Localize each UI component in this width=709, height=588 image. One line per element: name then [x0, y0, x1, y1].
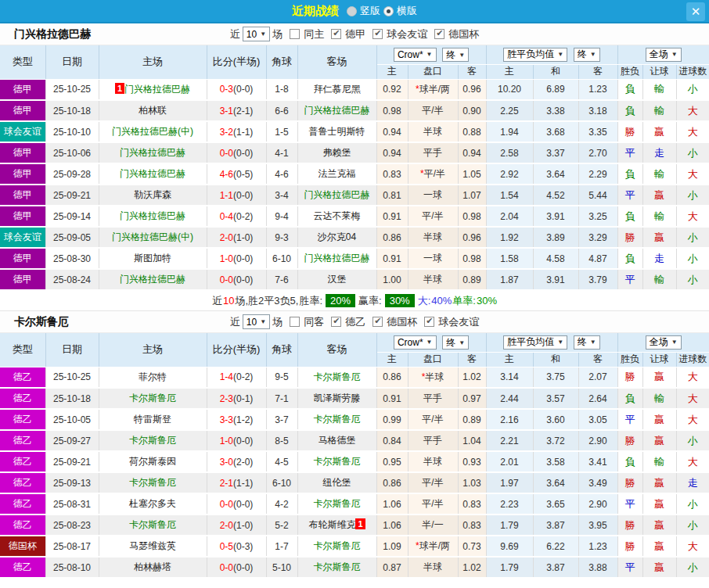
- table-row: 德甲25-10-251门兴格拉德巴赫0-3(0-0)1-8拜仁慕尼黑0.92*球…: [0, 79, 709, 100]
- cell-avg-away: 3.41: [578, 451, 617, 472]
- cell-home-team: 卡尔斯鲁厄: [99, 472, 207, 493]
- cell-avg-draw: 3.64: [533, 472, 578, 493]
- col-avg-away: 客: [578, 352, 617, 367]
- fulltime-score: 1-4: [220, 371, 233, 382]
- cell-avg-draw: 3.58: [533, 451, 578, 472]
- cell-home-odds: 1.06: [376, 493, 408, 514]
- halftime-score: (1-2): [233, 414, 253, 425]
- match-count-select[interactable]: 10▼: [243, 314, 270, 329]
- avg-metric-select[interactable]: 胜平负均值▼: [503, 335, 567, 350]
- match-count-select[interactable]: 10▼: [243, 27, 270, 41]
- cell-result-spread: 輸: [642, 206, 676, 227]
- cell-result-goals: 小: [676, 79, 709, 100]
- handicap-value: 平手: [423, 147, 442, 158]
- halftime-score: (0-1): [233, 393, 253, 404]
- league-checkbox[interactable]: [372, 29, 383, 39]
- cell-avg-draw: 3.68: [533, 121, 578, 142]
- cell-avg-home: 1.97: [486, 472, 533, 493]
- table-row: 德乙25-10-25菲尔特1-4(0-2)9-5卡尔斯鲁厄0.86*半球1.02…: [0, 367, 709, 388]
- cell-away-team: 法兰克福: [297, 163, 376, 185]
- same-venue-checkbox[interactable]: [290, 317, 300, 327]
- cell-home-odds: 0.94: [376, 142, 408, 163]
- handicap-value: 平手: [423, 435, 442, 446]
- cell-score: 1-0(0-0): [207, 430, 266, 451]
- fulltime-score: 2-1: [220, 478, 233, 489]
- cell-result-wdl: 負: [617, 248, 642, 269]
- cell-avg-away: 5.44: [578, 185, 617, 206]
- handicap-value: 球半/两: [419, 540, 450, 551]
- fulltime-score: 2-3: [220, 393, 233, 404]
- handicap-value: 半球: [425, 371, 444, 382]
- scope-select[interactable]: 全场▼: [646, 335, 682, 350]
- cell-date: 25-08-30: [45, 248, 99, 269]
- league-checkbox[interactable]: [372, 317, 383, 327]
- cell-date: 25-08-23: [45, 514, 99, 536]
- cell-away-team: 普鲁士明斯特: [297, 121, 376, 142]
- cell-score: 0-0(0-0): [207, 269, 266, 290]
- avg-stage-select[interactable]: 终▼: [574, 48, 600, 62]
- cell-avg-home: 2.25: [486, 100, 533, 121]
- cell-match-type: 德乙: [0, 514, 45, 536]
- cell-avg-away: 2.64: [578, 388, 617, 409]
- close-icon[interactable]: ✕: [686, 2, 705, 21]
- away-team-name: 卡尔斯鲁厄: [314, 456, 361, 467]
- dialog-titlebar: 近期战绩 竖版 横版 ✕: [0, 0, 709, 23]
- odds-stage-select[interactable]: 终▼: [442, 48, 469, 62]
- cell-avg-home: 1.79: [486, 557, 533, 578]
- matches-table-home: 类型 日期 主场 比分(半场) 角球 客场 Crow*▼ 终▼ 胜平负均值▼ 终…: [0, 45, 709, 291]
- cell-handicap: 半/一: [408, 514, 458, 536]
- chevron-down-icon: ▼: [590, 339, 596, 346]
- radio-selected-icon[interactable]: [383, 6, 394, 16]
- home-team-name: 卡尔斯鲁厄: [129, 477, 176, 488]
- cell-result-wdl: 勝: [617, 367, 642, 388]
- layout-radio-vertical[interactable]: 竖版: [347, 4, 380, 18]
- same-venue-checkbox[interactable]: [290, 29, 300, 39]
- league-checkbox[interactable]: [331, 317, 341, 327]
- cell-avg-home: 2.01: [486, 451, 533, 472]
- cell-away-team: 卡尔斯鲁厄: [297, 557, 376, 578]
- cell-corners: 1-7: [266, 536, 297, 557]
- avg-metric-select[interactable]: 胜平负均值▼: [503, 48, 567, 62]
- cell-corners: 6-10: [266, 248, 297, 269]
- away-team-name: 凯泽斯劳滕: [314, 393, 361, 403]
- cell-score: 3-1(2-1): [207, 100, 266, 121]
- halftime-score: (2-0): [233, 457, 253, 468]
- cell-avg-home: 2.44: [486, 388, 533, 409]
- cell-score: 3-2(1-1): [207, 121, 266, 142]
- match-count-value: 10: [247, 29, 257, 40]
- handicap-value: 平手: [423, 393, 442, 403]
- cell-avg-draw: 6.89: [533, 79, 578, 100]
- cell-result-spread: 贏: [642, 557, 676, 578]
- odds-stage-select[interactable]: 终▼: [442, 335, 469, 350]
- cell-away-odds: 0.97: [458, 388, 486, 409]
- scope-select[interactable]: 全场▼: [646, 48, 682, 62]
- cell-away-team: 门兴格拉德巴赫: [297, 248, 376, 269]
- league-checkbox[interactable]: [434, 29, 444, 39]
- home-team-name: 卡尔斯鲁厄: [129, 435, 176, 446]
- summary-text: 40%: [431, 295, 452, 307]
- league-checkbox[interactable]: [424, 317, 434, 327]
- bookmaker-select[interactable]: Crow*▼: [394, 335, 437, 350]
- cell-home-odds: 0.94: [376, 121, 408, 142]
- cell-result-goals: 大: [676, 206, 709, 227]
- away-team-name: 法兰克福: [319, 168, 356, 179]
- fulltime-score: 0-4: [220, 211, 233, 222]
- league-checkbox[interactable]: [331, 29, 341, 39]
- table-row: 德甲25-10-18柏林联3-1(2-1)6-6门兴格拉德巴赫0.98平/半0.…: [0, 100, 709, 121]
- cell-avg-draw: 3.60: [533, 409, 578, 430]
- home-team-name: 特雷斯登: [134, 414, 171, 425]
- cell-corners: 3-7: [266, 409, 297, 430]
- avg-stage-select[interactable]: 终▼: [574, 335, 600, 350]
- cell-away-odds: 1.05: [458, 163, 486, 185]
- radio-unselected-icon[interactable]: [347, 6, 357, 16]
- cell-result-spread: 輸: [642, 269, 676, 290]
- layout-radio-horizontal[interactable]: 横版: [383, 4, 417, 18]
- cell-avg-home: 1.94: [486, 121, 533, 142]
- col-wdl: 胜负: [617, 352, 642, 367]
- cell-result-spread: 走: [642, 248, 676, 269]
- cell-avg-draw: 3.72: [533, 430, 578, 451]
- fulltime-score: 2-0: [220, 232, 233, 243]
- bookmaker-select[interactable]: Crow*▼: [394, 48, 437, 62]
- cell-avg-draw: 6.22: [533, 536, 578, 557]
- cell-corners: 1-8: [266, 79, 297, 100]
